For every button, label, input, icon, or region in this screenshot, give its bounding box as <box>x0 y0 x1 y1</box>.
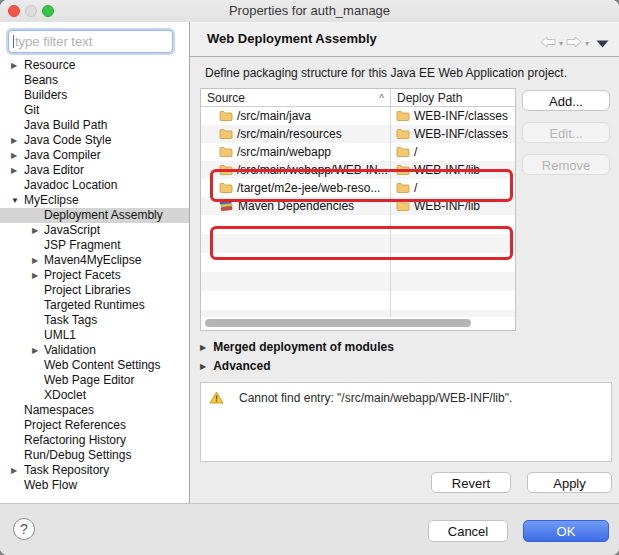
table-row-maven-dependencies[interactable]: Maven DependenciesWEB-INF/lib <box>201 197 515 215</box>
sidebar-item-label: UML1 <box>44 328 76 342</box>
sidebar-item-web-flow[interactable]: Web Flow <box>0 478 189 493</box>
warning-box: Cannot find entry: "/src/main/webapp/WEB… <box>200 382 612 462</box>
sidebar-item-web-content-settings[interactable]: Web Content Settings <box>0 358 189 373</box>
expand-icon[interactable]: ▶ <box>32 223 38 238</box>
sidebar-item-label: Web Flow <box>24 478 77 492</box>
sidebar-item-web-page-editor[interactable]: Web Page Editor <box>0 373 189 388</box>
sidebar-item-label: Java Code Style <box>24 133 111 147</box>
sidebar-item-java-compiler[interactable]: ▶Java Compiler <box>0 148 189 163</box>
sidebar-item-label: Project Libraries <box>44 283 131 297</box>
apply-button[interactable]: Apply <box>527 472 612 493</box>
sidebar-item-label: Targeted Runtimes <box>44 298 145 312</box>
table-row-src-main-resources[interactable]: /src/main/resourcesWEB-INF/classes <box>201 125 515 143</box>
sidebar-item-deployment-assembly[interactable]: Deployment Assembly <box>0 208 189 223</box>
sidebar-item-run-debug-settings[interactable]: Run/Debug Settings <box>0 448 189 463</box>
deploy-path-cell: / <box>390 143 515 161</box>
deploy-path-value: WEB-INF/classes <box>414 125 508 143</box>
table-row-src-main-webapp[interactable]: /src/main/webapp/ <box>201 143 515 161</box>
sidebar-item-refactoring-history[interactable]: Refactoring History <box>0 433 189 448</box>
sidebar-item-label: Javadoc Location <box>24 178 117 192</box>
sidebar-item-label: Namespaces <box>24 403 94 417</box>
expand-icon[interactable]: ▶ <box>32 268 38 283</box>
column-header-deploy-path[interactable]: Deploy Path <box>390 89 515 106</box>
table-row-src-main-java[interactable]: /src/main/javaWEB-INF/classes <box>201 107 515 125</box>
sidebar-item-uml1[interactable]: UML1 <box>0 328 189 343</box>
sidebar-item-label: XDoclet <box>44 388 86 402</box>
sidebar: type filter text ▶ResourceBeansBuildersG… <box>0 22 190 503</box>
expand-icon[interactable]: ▶ <box>32 343 38 358</box>
sidebar-item-javadoc-location[interactable]: Javadoc Location <box>0 178 189 193</box>
sidebar-item-label: Maven4MyEclipse <box>44 253 141 267</box>
back-menu-icon[interactable]: ▾ <box>559 39 563 48</box>
expand-icon[interactable]: ▶ <box>200 343 206 352</box>
deployment-assembly-panel: Define packaging structure for this Java… <box>190 57 619 503</box>
ok-button[interactable]: OK <box>523 520 609 542</box>
table-header: Source ^ Deploy Path <box>201 89 515 107</box>
sidebar-item-project-libraries[interactable]: Project Libraries <box>0 283 189 298</box>
table-row-src-main-webapp-web-in[interactable]: /src/main/webapp/WEB-IN...WEB-INF/lib <box>201 161 515 179</box>
expand-icon[interactable]: ▶ <box>11 58 17 73</box>
empty-table-row <box>201 272 515 291</box>
cancel-button[interactable]: Cancel <box>428 520 508 542</box>
back-icon[interactable] <box>540 34 556 52</box>
sidebar-item-java-code-style[interactable]: ▶Java Code Style <box>0 133 189 148</box>
filter-placeholder: type filter text <box>15 34 92 49</box>
properties-dialog: Properties for auth_manage type filter t… <box>0 0 619 555</box>
sidebar-item-maven4myeclipse[interactable]: ▶Maven4MyEclipse <box>0 253 189 268</box>
sidebar-item-jsp-fragment[interactable]: JSP Fragment <box>0 238 189 253</box>
deploy-path-cell: WEB-INF/classes <box>390 125 515 143</box>
forward-icon[interactable] <box>566 34 582 52</box>
sidebar-item-targeted-runtimes[interactable]: Targeted Runtimes <box>0 298 189 313</box>
sidebar-item-label: Builders <box>24 88 67 102</box>
sidebar-item-java-build-path[interactable]: Java Build Path <box>0 118 189 133</box>
expand-icon[interactable]: ▶ <box>11 133 17 148</box>
deploy-path-cell: WEB-INF/lib <box>390 197 515 215</box>
expand-icon[interactable]: ▶ <box>11 148 17 163</box>
scrollbar-thumb[interactable] <box>205 319 471 327</box>
expand-icon[interactable]: ▶ <box>32 253 38 268</box>
sidebar-item-task-repository[interactable]: ▶Task Repository <box>0 463 189 478</box>
sidebar-item-label: Run/Debug Settings <box>24 448 131 462</box>
view-menu-icon[interactable] <box>596 34 609 52</box>
sidebar-item-javascript[interactable]: ▶JavaScript <box>0 223 189 238</box>
section-merged-deployment[interactable]: ▶Merged deployment of modules <box>200 340 394 354</box>
filter-input[interactable]: type filter text <box>8 30 173 53</box>
sidebar-item-label: Beans <box>24 73 58 87</box>
folder-icon <box>396 128 410 140</box>
collapse-icon[interactable]: ▼ <box>11 193 19 208</box>
sidebar-item-project-facets[interactable]: ▶Project Facets <box>0 268 189 283</box>
expand-icon[interactable]: ▶ <box>11 463 17 478</box>
sidebar-item-validation[interactable]: ▶Validation <box>0 343 189 358</box>
sidebar-item-git[interactable]: Git <box>0 103 189 118</box>
sidebar-item-label: Web Page Editor <box>44 373 135 387</box>
sidebar-item-builders[interactable]: Builders <box>0 88 189 103</box>
sidebar-item-project-references[interactable]: Project References <box>0 418 189 433</box>
forward-menu-icon[interactable]: ▾ <box>585 39 589 48</box>
sidebar-item-label: Web Content Settings <box>44 358 161 372</box>
folder-icon <box>396 164 410 176</box>
sidebar-item-namespaces[interactable]: Namespaces <box>0 403 189 418</box>
sidebar-item-label: Resource <box>24 58 75 72</box>
expand-icon[interactable]: ▶ <box>200 362 206 371</box>
warning-triangle-icon <box>209 390 224 408</box>
revert-button[interactable]: Revert <box>431 472 511 493</box>
table-row-target-m2e-jee-web-reso[interactable]: /target/m2e-jee/web-reso.../ <box>201 179 515 197</box>
horizontal-scrollbar <box>201 317 515 330</box>
folder-icon <box>396 200 410 212</box>
expand-icon[interactable]: ▶ <box>11 163 17 178</box>
sidebar-item-resource[interactable]: ▶Resource <box>0 58 189 73</box>
sidebar-item-beans[interactable]: Beans <box>0 73 189 88</box>
add-button[interactable]: Add... <box>522 90 610 111</box>
deploy-path-cell: WEB-INF/classes <box>390 107 515 125</box>
page-header: Web Deployment Assembly ▾ ▾ <box>190 22 619 57</box>
sidebar-item-task-tags[interactable]: Task Tags <box>0 313 189 328</box>
help-button[interactable]: ? <box>13 518 35 540</box>
window-title: Properties for auth_manage <box>0 0 619 22</box>
section-advanced[interactable]: ▶Advanced <box>200 359 271 373</box>
deploy-path-cell: WEB-INF/lib <box>390 161 515 179</box>
sidebar-item-java-editor[interactable]: ▶Java Editor <box>0 163 189 178</box>
sidebar-item-xdoclet[interactable]: XDoclet <box>0 388 189 403</box>
source-value: /target/m2e-jee/web-reso... <box>237 179 380 197</box>
column-header-source[interactable]: Source ^ <box>201 89 390 106</box>
sidebar-item-myeclipse[interactable]: ▼MyEclipse <box>0 193 189 208</box>
